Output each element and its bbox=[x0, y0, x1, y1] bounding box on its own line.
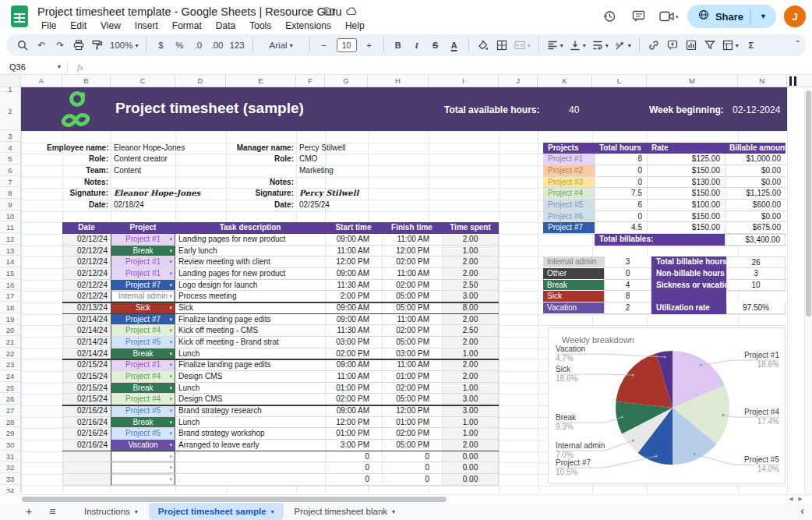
timesheet-cell-task[interactable]: Landing pages for new product bbox=[175, 234, 325, 246]
row-header-27[interactable]: 27 bbox=[0, 405, 20, 416]
timesheet-cell-date[interactable]: 02/14/24 bbox=[62, 348, 111, 360]
timesheet-cell-task[interactable]: Landing pages for new product bbox=[175, 268, 325, 280]
timesheet-cell-date[interactable]: 02/16/24 bbox=[62, 428, 111, 440]
row-header-4[interactable]: 4 bbox=[0, 143, 20, 154]
timesheet-cell-spent[interactable]: 2.00 bbox=[442, 440, 499, 451]
timesheet-cell-start[interactable]: 01:00 PM bbox=[325, 428, 382, 440]
text-wrap-icon[interactable]: ▾ bbox=[590, 37, 611, 54]
projects-row-amount[interactable]: $0.00 bbox=[725, 211, 786, 223]
print-icon[interactable] bbox=[70, 37, 87, 54]
projects-row-name[interactable]: Project #1 bbox=[543, 154, 595, 165]
scroll-right-icon[interactable]: ▶ bbox=[796, 495, 804, 503]
projects-row-name[interactable]: Project #7 bbox=[543, 222, 595, 234]
menu-format[interactable]: Format bbox=[167, 19, 207, 32]
text-color-button[interactable]: A bbox=[446, 37, 463, 54]
timesheet-cell-finish[interactable]: 05:00 PM bbox=[382, 302, 442, 314]
category-value[interactable]: 8 bbox=[604, 291, 651, 302]
timesheet-cell-task[interactable]: Kick off meeting - Brand strat bbox=[175, 337, 325, 348]
dropdown-caret-icon[interactable]: ▾ bbox=[169, 474, 172, 485]
decrease-decimal-button[interactable]: .0 bbox=[189, 37, 207, 54]
dropdown-caret-icon[interactable]: ▾ bbox=[169, 280, 172, 291]
timesheet-cell-spent[interactable]: 1.00 bbox=[442, 417, 499, 429]
timesheet-cell-start[interactable]: 0 bbox=[325, 474, 382, 486]
hide-panel-chevron-icon[interactable]: ‹ bbox=[800, 504, 804, 517]
timesheet-cell-spent[interactable]: 1.00 bbox=[442, 246, 499, 257]
dropdown-caret-icon[interactable]: ▾ bbox=[169, 462, 172, 473]
timesheet-cell-spent[interactable]: 2.00 bbox=[442, 234, 499, 246]
timesheet-cell-date[interactable]: 02/14/24 bbox=[62, 337, 111, 348]
dropdown-caret-icon[interactable]: ▾ bbox=[169, 440, 172, 451]
version-history-icon[interactable] bbox=[598, 5, 620, 27]
timesheet-cell-date[interactable]: 02/15/24 bbox=[62, 394, 111, 405]
projects-row-hours[interactable]: 0 bbox=[595, 165, 647, 177]
dropdown-caret-icon[interactable]: ▾ bbox=[169, 394, 172, 405]
share-button[interactable]: Share ▼ bbox=[687, 5, 776, 28]
projects-row-hours[interactable]: 4.5 bbox=[595, 222, 647, 234]
timesheet-cell-start[interactable]: 2:00 PM bbox=[325, 291, 382, 302]
timesheet-cell-finish[interactable]: 02:00 PM bbox=[382, 428, 442, 440]
timesheet-cell-finish[interactable]: 05:00 PM bbox=[382, 440, 442, 451]
column-header-E[interactable]: E bbox=[226, 75, 296, 87]
share-dropdown-caret[interactable]: ▼ bbox=[757, 12, 773, 20]
timesheet-cell-finish[interactable]: 0 bbox=[382, 462, 442, 474]
timesheet-cell-finish[interactable]: 11:00 AM bbox=[382, 268, 442, 280]
projects-row-rate[interactable]: $150.00 bbox=[647, 211, 725, 223]
account-avatar[interactable]: J bbox=[784, 5, 806, 27]
row-header-25[interactable]: 25 bbox=[0, 383, 20, 394]
timesheet-cell-spent[interactable]: 2.00 bbox=[442, 359, 499, 371]
column-header-B[interactable]: B bbox=[62, 75, 111, 87]
manager-info-value[interactable]: CMO bbox=[299, 154, 432, 165]
projects-row-amount[interactable]: $0.00 bbox=[725, 177, 786, 189]
timesheet-cell-spent[interactable]: 1.00 bbox=[442, 383, 499, 394]
project-dropdown-cell[interactable]: Project #1▾ bbox=[111, 268, 175, 280]
total-available-hours-value[interactable]: 40 bbox=[569, 104, 579, 115]
sheets-logo-icon[interactable] bbox=[11, 5, 28, 27]
timesheet-cell-finish[interactable]: 02:00 PM bbox=[382, 325, 442, 337]
timesheet-cell-spent[interactable]: 2.00 bbox=[442, 337, 499, 348]
zoom-select[interactable]: 100%▾ bbox=[108, 37, 140, 54]
row-header-28[interactable]: 28 bbox=[0, 417, 20, 428]
timesheet-cell-date[interactable]: 02/14/24 bbox=[62, 325, 111, 337]
merge-cells-icon[interactable]: ▾ bbox=[512, 37, 533, 54]
total-billables-value[interactable]: $3,400.00 bbox=[725, 234, 786, 246]
comment-history-icon[interactable] bbox=[628, 5, 650, 27]
vertical-scrollbar[interactable] bbox=[804, 87, 812, 494]
row-header-23[interactable]: 23 bbox=[0, 359, 20, 370]
manager-info-value[interactable] bbox=[299, 177, 432, 189]
timesheet-cell-spent[interactable]: 0.00 bbox=[442, 474, 499, 486]
timesheet-cell-date[interactable]: 02/15/24 bbox=[62, 371, 111, 383]
column-header-J[interactable]: J bbox=[499, 75, 538, 87]
timesheet-cell-finish[interactable]: 05:00 PM bbox=[382, 291, 442, 302]
timesheet-cell-task[interactable]: Early lunch bbox=[175, 246, 325, 257]
redo-icon[interactable]: ↷ bbox=[51, 37, 69, 54]
timesheet-cell-spent[interactable]: 2.00 bbox=[442, 268, 499, 280]
dropdown-caret-icon[interactable]: ▾ bbox=[169, 417, 172, 428]
timesheet-cell-date[interactable]: 02/12/24 bbox=[62, 291, 111, 302]
dropdown-caret-icon[interactable]: ▾ bbox=[169, 302, 172, 313]
timesheet-cell-date[interactable]: 02/13/24 bbox=[62, 302, 111, 314]
project-dropdown-cell[interactable]: Project #4▾ bbox=[111, 371, 175, 383]
scroll-left-icon[interactable]: ◀ bbox=[786, 495, 795, 503]
timesheet-cell-start[interactable]: 12:00 PM bbox=[325, 256, 382, 268]
manager-info-value[interactable]: Percy Stilwell bbox=[299, 188, 432, 200]
undo-icon[interactable]: ↶ bbox=[33, 37, 50, 54]
project-dropdown-cell[interactable]: Project #5▾ bbox=[111, 428, 175, 440]
category-value[interactable]: 0 bbox=[604, 268, 651, 280]
timesheet-cell-finish[interactable]: 11:00 AM bbox=[382, 234, 442, 246]
timesheet-cell-finish[interactable]: 0 bbox=[382, 474, 442, 486]
project-dropdown-cell[interactable]: Break▾ bbox=[111, 348, 175, 360]
column-header-K[interactable]: K bbox=[538, 75, 592, 87]
timesheet-cell-task[interactable]: Design CMS bbox=[175, 394, 325, 405]
timesheet-cell-task[interactable] bbox=[175, 462, 325, 474]
manager-info-value[interactable]: Percy Stilwell bbox=[299, 143, 432, 154]
timesheet-cell-date[interactable]: 02/12/24 bbox=[62, 234, 111, 246]
timesheet-cell-task[interactable]: Lunch bbox=[175, 348, 325, 360]
project-dropdown-cell[interactable]: Project #1▾ bbox=[111, 359, 175, 371]
project-dropdown-cell[interactable]: Project #4▾ bbox=[111, 325, 175, 337]
menu-edit[interactable]: Edit bbox=[65, 19, 92, 32]
timesheet-cell-date[interactable]: 02/14/24 bbox=[62, 314, 111, 326]
column-header-N[interactable]: N bbox=[738, 75, 787, 87]
row-header-26[interactable]: 26 bbox=[0, 394, 20, 405]
timesheet-cell-date[interactable]: 02/15/24 bbox=[62, 359, 111, 371]
menu-tools[interactable]: Tools bbox=[244, 19, 277, 32]
